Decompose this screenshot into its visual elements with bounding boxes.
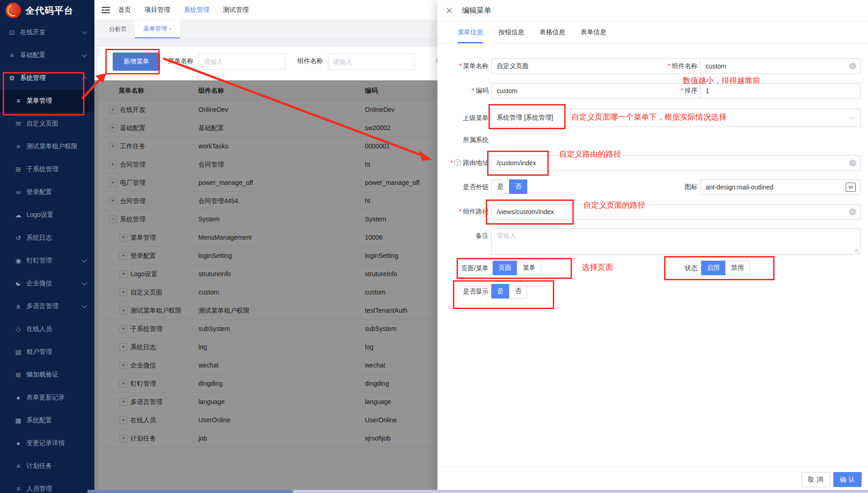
page-tab-1[interactable]: 菜单管理× xyxy=(135,20,180,38)
sidebar-item-label: 人员管理 xyxy=(26,485,52,493)
parent-menu-select[interactable]: 系统管理 [系统管理] xyxy=(491,109,861,127)
icon-label: 图标 xyxy=(650,183,697,191)
chevron-down-icon xyxy=(849,114,855,120)
sidebar-item-9[interactable]: ↺系统日志 xyxy=(0,226,94,249)
nav-item-1[interactable]: 项目管理 xyxy=(145,6,170,14)
nav-item-2[interactable]: 系统管理 xyxy=(184,6,209,14)
comp-path-input[interactable]: /views/custom/index× xyxy=(491,204,861,220)
sidebar-item-20[interactable]: ≡人员管理 xyxy=(0,477,94,493)
sidebar-item-label: 钉钉管理 xyxy=(26,257,52,265)
remark-label: 备注 xyxy=(441,232,489,240)
close-icon[interactable]: ✕ xyxy=(446,5,453,16)
drawer-tab-2[interactable]: 表格信息 xyxy=(540,22,565,43)
icon-input[interactable]: ant-design:mail-outlined ✉ xyxy=(700,179,861,195)
segmented-option[interactable]: 是 xyxy=(491,284,509,299)
sidebar-item-0[interactable]: ⊡在线开发 xyxy=(0,21,94,44)
sidebar: 全代码平台 ⊡在线开发≡基础配置⚙系统管理≡菜单管理✉自定义页面≡测试菜单租户权… xyxy=(0,0,94,493)
page-tab-0[interactable]: 分析页 xyxy=(101,20,135,38)
comp-name-label: *组件名称 xyxy=(650,62,697,70)
visible-segmented: 是否 xyxy=(491,284,527,299)
comp-name-filter-input[interactable] xyxy=(328,53,415,70)
monitor-icon: ⊡ xyxy=(8,29,16,36)
drawer-tab-0[interactable]: 菜单信息 xyxy=(457,22,483,43)
scrollbar-thumb[interactable] xyxy=(88,490,293,493)
sidebar-item-7[interactable]: ∞登录配置 xyxy=(0,181,94,204)
sidebar-item-11[interactable]: ☯企业微信 xyxy=(0,272,94,295)
cloud-icon: ☁ xyxy=(14,211,22,219)
table-toolbar: 新增菜单 菜单名称 组件名称 状 xyxy=(98,47,437,79)
sidebar-item-label: 测试菜单租户权限 xyxy=(26,142,78,151)
clear-icon[interactable]: × xyxy=(849,63,856,70)
sidebar-item-label: 登录配置 xyxy=(26,188,52,196)
sidebar-item-label: 多语言管理 xyxy=(26,302,58,310)
sidebar-item-6[interactable]: ⊞子系统管理 xyxy=(0,158,94,181)
remark-textarea[interactable]: 请输入 xyxy=(491,228,861,255)
segmented-option[interactable]: 禁用 xyxy=(725,261,750,275)
sidebar-item-4[interactable]: ✉自定义页面 xyxy=(0,112,94,135)
sidebar-item-17[interactable]: ▦系统配置 xyxy=(0,409,94,432)
confirm-button[interactable]: 确认 xyxy=(833,472,862,487)
sidebar-item-13[interactable]: ◇在线人员 xyxy=(0,318,94,341)
route-label: *?路由地址 xyxy=(437,159,489,167)
sidebar-item-14[interactable]: ▤租户管理 xyxy=(0,341,94,363)
chevron-down-icon xyxy=(82,52,87,57)
horizontal-scrollbar[interactable] xyxy=(88,490,868,493)
menu-fold-icon[interactable] xyxy=(102,7,110,13)
drawer-tab-3[interactable]: 表单信息 xyxy=(581,22,606,43)
page-tab-bar: 分析页菜单管理× xyxy=(94,20,437,39)
logo-icon xyxy=(5,3,21,18)
sidebar-item-12[interactable]: a多语言管理 xyxy=(0,295,94,318)
sidebar-item-label: 在线开发 xyxy=(20,28,46,37)
segmented-option[interactable]: 菜单 xyxy=(517,261,541,275)
wechat-icon: ☯ xyxy=(14,280,22,287)
clear-icon[interactable]: × xyxy=(849,160,856,167)
segmented-option[interactable]: 是 xyxy=(491,179,509,194)
sidebar-item-10[interactable]: ◉钉钉管理 xyxy=(0,249,94,272)
status-segmented: 启用禁用 xyxy=(701,261,750,275)
sidebar-item-2[interactable]: ⚙系统管理 xyxy=(0,67,94,89)
resize-handle-icon[interactable] xyxy=(855,249,859,253)
sidebar-item-label: 租户管理 xyxy=(26,348,52,356)
sidebar-item-18[interactable]: ●变更记录详情 xyxy=(0,432,94,455)
segmented-option[interactable]: 否 xyxy=(509,284,527,299)
sidebar-item-label: 自定义页面 xyxy=(26,120,58,128)
segmented-option[interactable]: 否 xyxy=(509,179,527,194)
segmented-option[interactable]: 页面 xyxy=(493,261,517,275)
blocks-icon: ▦ xyxy=(14,417,22,424)
segmented-option[interactable]: 启用 xyxy=(701,261,726,275)
sidebar-item-5[interactable]: ≡测试菜单租户权限 xyxy=(0,135,94,158)
sidebar-item-15[interactable]: ⊞懒加载验证 xyxy=(0,363,94,386)
sidebar-item-16[interactable]: ●表单更新记录 xyxy=(0,386,94,409)
comp-name-input[interactable]: custom× xyxy=(700,58,861,74)
sidebar-item-label: Logo设置 xyxy=(26,211,53,219)
comp-path-label: *组件路径 xyxy=(441,208,489,216)
tab-close-icon[interactable]: × xyxy=(169,26,172,31)
route-input[interactable]: /custom/index× xyxy=(491,155,861,171)
mail-icon[interactable]: ✉ xyxy=(846,183,856,192)
drawer-tab-1[interactable]: 按钮信息 xyxy=(499,22,524,43)
top-nav: 首页项目管理系统管理测试管理 xyxy=(94,0,437,20)
sidebar-item-1[interactable]: ≡基础配置 xyxy=(0,44,94,67)
drawer-header: ✕ 编辑菜单 xyxy=(437,0,868,22)
menu-name-filter-input[interactable] xyxy=(199,53,286,70)
sort-input[interactable]: 1 xyxy=(700,83,861,99)
add-menu-button[interactable]: 新增菜单 xyxy=(113,52,160,71)
sidebar-item-19[interactable]: ≡计划任务 xyxy=(0,455,94,477)
sidebar-item-3[interactable]: ≡菜单管理 xyxy=(0,89,94,112)
list-icon: ≡ xyxy=(14,462,22,470)
apple-icon: ● xyxy=(14,440,22,447)
clear-icon[interactable]: × xyxy=(849,209,856,215)
sidebar-item-label: 懒加载验证 xyxy=(26,371,58,379)
cancel-button[interactable]: 取消 xyxy=(801,472,830,487)
sidebar-item-8[interactable]: ☁Logo设置 xyxy=(0,204,94,226)
nav-item-3[interactable]: 测试管理 xyxy=(223,6,249,14)
gear-icon: ⚙ xyxy=(8,74,16,82)
chevron-down-icon xyxy=(82,257,87,262)
external-link-label: 是否外链 xyxy=(441,183,489,191)
sidebar-item-label: 系统配置 xyxy=(26,416,52,425)
drawer-tab-bar: 菜单信息按钮信息表格信息表单信息 xyxy=(437,22,868,43)
nav-item-0[interactable]: 首页 xyxy=(118,6,131,14)
page-tab-label: 菜单管理 xyxy=(143,25,167,33)
sidebar-item-label: 基础配置 xyxy=(20,51,46,59)
parent-menu-label: 上级菜单 xyxy=(441,114,489,122)
